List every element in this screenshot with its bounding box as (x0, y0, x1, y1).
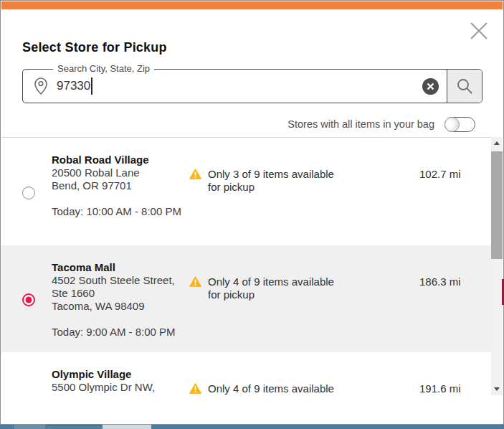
radio-column (22, 187, 52, 199)
store-address-line: Tacoma, WA 98409 (52, 300, 189, 313)
location-pin-icon (32, 77, 49, 95)
store-hours: Today: 9:00 AM - 8:00 PM (52, 326, 189, 339)
warning-text: Only 4 of 9 items available for pickup (208, 275, 343, 301)
store-row[interactable]: Olympic Village 5500 Olympic Dr NW, Only… (1, 352, 493, 399)
store-info: Tacoma Mall 4502 South Steele Street, St… (52, 261, 189, 339)
store-radio[interactable] (22, 187, 35, 199)
store-address-line: 20500 Robal Lane (52, 166, 189, 179)
store-distance: 186.3 mi (419, 275, 485, 288)
list-scrollbar[interactable] (491, 137, 503, 395)
store-info: Robal Road Village 20500 Robal Lane Bend… (52, 154, 189, 218)
availability-warning: Only 4 of 9 items available for pickup (189, 275, 343, 301)
store-pickup-modal: Select Store for Pickup Search City, Sta… (0, 0, 504, 425)
search-input[interactable]: 97330 (57, 77, 92, 95)
store-name: Olympic Village (52, 368, 189, 381)
warning-icon (189, 276, 201, 301)
search-icon (455, 77, 474, 95)
warning-text: Only 4 of 9 items available (208, 382, 334, 395)
store-distance: 102.7 mi (419, 168, 485, 180)
warning-icon (189, 383, 201, 395)
background-segment (47, 425, 101, 429)
store-row[interactable]: Robal Road Village 20500 Robal Lane Bend… (1, 138, 493, 245)
warning-text: Only 3 of 9 items available for pickup (208, 168, 343, 194)
store-search-field: Search City, State, Zip 97330 (22, 69, 482, 103)
radio-column (22, 293, 52, 306)
background-page-strip (0, 425, 504, 429)
scroll-up-icon[interactable] (491, 137, 503, 149)
store-row[interactable]: Tacoma Mall 4502 South Steele Street, St… (1, 245, 493, 352)
availability-toggle[interactable] (444, 117, 475, 132)
toggle-knob (444, 117, 460, 132)
store-name: Tacoma Mall (52, 261, 189, 274)
background-segment (14, 425, 45, 429)
store-radio-selected[interactable] (22, 293, 35, 306)
close-icon[interactable] (468, 20, 490, 42)
modal-accent-bar (1, 1, 503, 9)
background-segment (103, 425, 151, 429)
search-field-label: Search City, State, Zip (53, 63, 154, 75)
store-address-line: 5500 Olympic Dr NW, (52, 381, 189, 394)
scroll-down-icon[interactable] (491, 383, 503, 395)
scrollbar-thumb[interactable] (491, 151, 503, 259)
search-button[interactable] (447, 70, 482, 103)
store-hours: Today: 10:00 AM - 8:00 PM (52, 205, 189, 218)
modal-title: Select Store for Pickup (22, 40, 167, 55)
store-list: Robal Road Village 20500 Robal Lane Bend… (1, 138, 493, 399)
availability-warning: Only 4 of 9 items available (189, 382, 334, 395)
text-caret (91, 77, 92, 95)
store-distance: 191.6 mi (419, 382, 485, 395)
store-address-line: Bend, OR 97701 (52, 179, 189, 192)
warning-icon (189, 169, 201, 194)
store-address-line: 4502 South Steele Street, Ste 1660 (52, 274, 189, 300)
availability-warning: Only 3 of 9 items available for pickup (189, 168, 343, 194)
availability-filter: Stores with all items in your bag (287, 116, 475, 133)
store-name: Robal Road Village (52, 154, 189, 166)
search-input-value: 97330 (57, 79, 90, 93)
clear-search-button[interactable] (422, 78, 439, 95)
availability-filter-label: Stores with all items in your bag (287, 118, 434, 130)
store-info: Olympic Village 5500 Olympic Dr NW, (52, 368, 189, 394)
